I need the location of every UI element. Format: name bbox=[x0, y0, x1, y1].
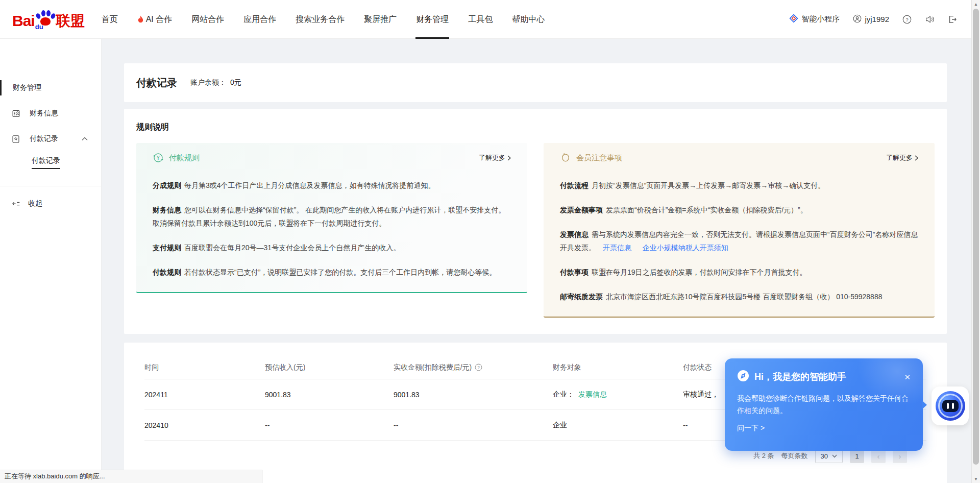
nav-item-ai-cooperation[interactable]: AI 合作 bbox=[137, 0, 173, 39]
account-balance: 账户余额：0元 bbox=[190, 78, 241, 87]
smart-miniapp-entry[interactable]: 智能小程序 bbox=[789, 14, 840, 25]
small-taxpayer-notice-link[interactable]: 企业小规模纳税人开票须知 bbox=[643, 244, 728, 252]
payment-rules-icon: ¥ bbox=[153, 152, 164, 163]
nav-item-home[interactable]: 首页 bbox=[102, 0, 118, 39]
nav-item-search-cooperation[interactable]: 搜索业务合作 bbox=[296, 0, 345, 39]
chevron-right-icon bbox=[915, 155, 918, 161]
scroll-down-arrow[interactable]: ▼ bbox=[972, 475, 980, 483]
note-item-mail-invoice: 邮寄纸质发票北京市海淀区西北旺东路10号院百度科技园5号楼 百度联盟财务组（收）… bbox=[560, 290, 918, 303]
note-item-payment-matters: 付款事项联盟在每月19日之后签收的发票，付款时间安排在下个月首批支付。 bbox=[560, 265, 918, 279]
page-number-button[interactable]: 1 bbox=[850, 449, 864, 463]
nav-item-finance-management[interactable]: 财务管理 bbox=[416, 0, 449, 39]
assistant-title: Hi，我是您的智能助手 bbox=[754, 371, 846, 383]
cell-estimated: 9001.83 bbox=[265, 391, 394, 399]
logo-text-bai: Bai bbox=[12, 12, 35, 30]
browser-status-text: 正在等待 xlab.baidu.com 的响应... bbox=[0, 470, 262, 483]
per-page-label: 每页条数 bbox=[781, 451, 808, 461]
member-notes-card: 会员注意事项 了解更多 付款流程月初按“发票信息”页面开具发票→上传发票→邮寄发… bbox=[544, 143, 935, 318]
baidu-paw-icon: du bbox=[35, 9, 56, 30]
per-page-select[interactable]: 30 bbox=[815, 449, 843, 463]
nav-item-juping-promotion[interactable]: 聚屏推广 bbox=[364, 0, 397, 39]
payment-records-icon bbox=[11, 135, 20, 143]
compass-icon bbox=[737, 370, 749, 384]
svg-text:?: ? bbox=[477, 365, 480, 370]
total-count: 共 2 条 bbox=[753, 451, 774, 461]
sidebar-item-finance-info[interactable]: 财务信息 bbox=[0, 102, 101, 125]
close-icon[interactable]: ✕ bbox=[904, 373, 911, 381]
cell-estimated: -- bbox=[265, 421, 394, 429]
nav-menu: 首页 AI 合作 网站合作 应用合作 搜索业务合作 聚屏推广 财务管理 工具包 … bbox=[92, 0, 555, 39]
scroll-up-arrow[interactable]: ▲ bbox=[972, 0, 980, 8]
cell-time: 202410 bbox=[144, 421, 265, 429]
finance-info-icon bbox=[11, 109, 20, 118]
member-notes-more-link[interactable]: 了解更多 bbox=[886, 153, 918, 162]
svg-text:?: ? bbox=[905, 16, 909, 22]
member-notes-bird-icon bbox=[560, 152, 571, 163]
col-finance-target: 财务对象 bbox=[553, 363, 683, 372]
pagination: 共 2 条 每页条数 30 1 ‹ › bbox=[144, 449, 926, 463]
user-icon bbox=[853, 14, 862, 25]
sidebar-divider bbox=[0, 186, 101, 186]
sidebar-item-payment-records[interactable]: 付款记录 bbox=[0, 128, 101, 150]
chevron-right-icon bbox=[507, 155, 511, 161]
user-account[interactable]: jyj1992 bbox=[853, 14, 889, 25]
vertical-scrollbar[interactable]: ▲ ▼ bbox=[971, 0, 980, 483]
help-icon[interactable]: ? bbox=[902, 15, 912, 24]
invoice-info-table-link[interactable]: 发票信息 bbox=[578, 390, 607, 398]
nav-item-website-cooperation[interactable]: 网站合作 bbox=[191, 0, 224, 39]
note-item-payment-flow: 付款流程月初按“发票信息”页面开具发票→上传发票→邮寄发票→审核→确认支付。 bbox=[560, 179, 918, 192]
cell-actual: -- bbox=[394, 421, 553, 429]
sidebar-subitem-payment-records[interactable]: 付款记录 bbox=[0, 152, 101, 173]
rule-item-sharing: 分成规则每月第3或4个工作日产出上月分成信息及发票信息，如有特殊情况将提前通知。 bbox=[153, 179, 511, 192]
nav-right-area: 智能小程序 jyj1992 ? bbox=[789, 14, 957, 25]
svg-text:¥: ¥ bbox=[156, 155, 160, 161]
note-item-invoice-amount: 发票金额事项发票票面“价税合计”金额=系统中“实收金额（扣除税费后/元）”。 bbox=[560, 203, 918, 216]
top-navigation-bar: Bai du 联盟 首页 AI 合作 网站合作 应用合作 搜索业务合作 聚屏推广… bbox=[0, 0, 971, 39]
rules-section-title: 规则说明 bbox=[136, 122, 935, 133]
note-item-invoice-info: 发票信息需与系统内发票信息内容完全一致，否则无法支付。请根据发票信息页面中“百度… bbox=[560, 228, 918, 254]
next-page-button[interactable]: › bbox=[893, 449, 907, 463]
popup-tail-arrow bbox=[922, 400, 927, 409]
scrollbar-thumb[interactable] bbox=[973, 9, 979, 465]
nav-item-toolkit[interactable]: 工具包 bbox=[468, 0, 493, 39]
rule-item-finance-info: 财务信息您可以在财务信息中选择“保留付款”。 在此期间您产生的收入将在账户内进行… bbox=[153, 203, 511, 230]
balance-value: 0元 bbox=[230, 78, 241, 86]
robot-face-icon bbox=[936, 391, 965, 421]
rule-item-pay-rule: 支付规则百度联盟会在每月20号—31号支付企业会员上个自然月产生的收入。 bbox=[153, 241, 511, 254]
assistant-robot-avatar[interactable] bbox=[932, 387, 969, 425]
sound-icon[interactable] bbox=[925, 15, 935, 24]
payment-rules-title: 付款规则 bbox=[169, 153, 200, 163]
col-time: 时间 bbox=[144, 363, 265, 372]
ask-now-link[interactable]: 问一下 > bbox=[737, 424, 911, 433]
assistant-popup: Hi，我是您的智能助手 ✕ 我会帮助您诊断合作链路问题，以及解答您关于任何合作相… bbox=[725, 358, 923, 451]
baidu-union-logo[interactable]: Bai du 联盟 bbox=[12, 9, 85, 30]
nav-item-app-cooperation[interactable]: 应用合作 bbox=[243, 0, 276, 39]
logout-icon[interactable] bbox=[948, 15, 957, 24]
chevron-up-icon bbox=[82, 137, 88, 141]
help-circle-icon[interactable]: ? bbox=[475, 364, 482, 371]
cell-time: 202411 bbox=[144, 391, 265, 399]
caret-down-icon bbox=[832, 454, 837, 458]
payment-rules-card: ¥ 付款规则 了解更多 分成规则每月第3或4个工作日产出上月分成信息及发票信息，… bbox=[136, 143, 527, 293]
cell-target: 企业 bbox=[553, 421, 683, 430]
sidebar-section-finance-management[interactable]: 财务管理 bbox=[0, 77, 101, 99]
sidebar: 财务管理 财务信息 付款记录 付款记录 收起 bbox=[0, 39, 102, 483]
page-title: 付款记录 bbox=[136, 76, 177, 90]
prev-page-button[interactable]: ‹ bbox=[871, 449, 886, 463]
payment-rules-more-link[interactable]: 了解更多 bbox=[479, 153, 511, 162]
rules-section-card: 规则说明 ¥ 付款规则 了解更多 分成规则每月第3或4个工作日产出上月分成信息及… bbox=[124, 109, 947, 334]
cell-actual: 9001.83 bbox=[394, 391, 553, 399]
logo-text-du: du bbox=[35, 23, 43, 31]
invoice-info-link[interactable]: 开票信息 bbox=[603, 244, 631, 252]
payment-records-header-card: 付款记录 账户余额：0元 bbox=[124, 63, 947, 102]
nav-item-help-center[interactable]: 帮助中心 bbox=[512, 0, 545, 39]
collapse-arrow-icon bbox=[11, 200, 20, 207]
sidebar-collapse-button[interactable]: 收起 bbox=[0, 192, 101, 215]
assistant-message: 我会帮助您诊断合作链路问题，以及解答您关于任何合作相关的问题。 bbox=[737, 392, 909, 417]
balance-label: 账户余额： bbox=[190, 78, 226, 86]
flame-icon bbox=[137, 15, 144, 23]
member-notes-title: 会员注意事项 bbox=[576, 153, 622, 163]
col-actual-amount: 实收金额(扣除税费后/元) ? bbox=[394, 363, 553, 372]
cell-target: 企业：发票信息 bbox=[553, 390, 683, 399]
miniapp-diamond-icon bbox=[789, 14, 798, 25]
